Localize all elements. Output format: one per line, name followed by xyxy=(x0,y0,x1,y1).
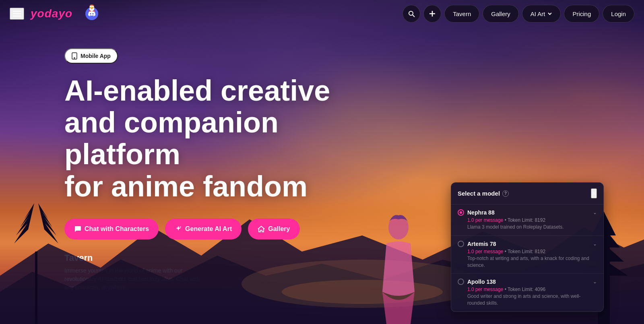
search-button[interactable] xyxy=(402,5,420,23)
svg-point-16 xyxy=(74,58,75,58)
logo[interactable]: yodayo 🎅 xyxy=(31,7,72,20)
chat-characters-button[interactable]: Chat with Characters xyxy=(64,219,159,239)
chat-bubble-icon xyxy=(74,225,81,233)
radio-circle xyxy=(458,279,464,285)
hero-buttons: Chat with Characters Generate AI Art Gal… xyxy=(64,219,346,239)
sparkles-icon xyxy=(175,225,182,233)
model-name: Nephra 88 xyxy=(467,209,495,216)
chevron-down-icon: ⌄ xyxy=(593,279,597,285)
help-icon[interactable]: ? xyxy=(502,190,509,197)
character-silhouette xyxy=(362,211,435,324)
model-item-header: Nephra 88 ⌄ xyxy=(458,209,597,216)
mobile-app-badge[interactable]: Mobile App xyxy=(64,48,118,64)
hero-section: yodayo 🎅 xyxy=(0,0,644,324)
model-panel-title: Select a model ? xyxy=(458,190,509,197)
login-button[interactable]: Login xyxy=(603,5,634,23)
model-list: Nephra 88 ⌄ 1.0 per message • Token Limi… xyxy=(451,204,603,312)
model-item-2[interactable]: Apollo 138 ⌄ 1.0 per message • Token Lim… xyxy=(451,274,603,312)
radio-circle xyxy=(458,241,464,247)
nav-right: Tavern Gallery AI Art Pricing Login xyxy=(402,5,634,23)
gallery-button-hero[interactable]: Gallery xyxy=(248,219,299,239)
logo-text: yodayo xyxy=(31,7,72,20)
pricing-button[interactable]: Pricing xyxy=(564,5,599,23)
model-desc: Top-notch at writing and arts, with a kn… xyxy=(458,255,597,269)
model-item-1[interactable]: Artemis 78 ⌄ 1.0 per message • Token Lim… xyxy=(451,236,603,274)
hamburger-button[interactable] xyxy=(10,8,24,20)
model-desc: Good writer and strong in arts and scien… xyxy=(458,293,597,307)
model-panel-header: Select a model ? × xyxy=(451,183,603,204)
model-item-header: Artemis 78 ⌄ xyxy=(458,241,597,247)
home-icon xyxy=(258,225,265,233)
model-panel: Select a model ? × Nephra 88 ⌄ 1.0 per m… xyxy=(451,182,604,312)
mobile-icon xyxy=(72,52,77,60)
model-item-0[interactable]: Nephra 88 ⌄ 1.0 per message • Token Limi… xyxy=(451,204,603,236)
nav-left: yodayo 🎅 xyxy=(10,7,98,20)
tavern-button[interactable]: Tavern xyxy=(444,5,479,23)
model-meta: 1.0 per message • Token Limit: 8192 xyxy=(458,249,597,254)
svg-point-11 xyxy=(409,11,413,15)
mobile-app-text: Mobile App xyxy=(80,53,111,59)
add-button[interactable] xyxy=(423,5,441,23)
model-desc: Llama 3 model trained on Roleplay Datase… xyxy=(458,224,597,231)
hero-content: Mobile App AI-enabled creative and compa… xyxy=(64,48,346,239)
radio-circle xyxy=(458,209,464,216)
gallery-button[interactable]: Gallery xyxy=(483,5,519,23)
chevron-down-icon: ⌄ xyxy=(593,241,597,247)
svg-line-12 xyxy=(413,15,415,17)
navbar: yodayo 🎅 xyxy=(0,0,644,27)
hero-title: AI-enabled creative and companion platfo… xyxy=(64,75,346,202)
tree-silhouette xyxy=(12,171,60,324)
model-meta: 1.0 per message • Token Limit: 8192 xyxy=(458,217,597,223)
generate-ai-art-button[interactable]: Generate AI Art xyxy=(165,219,242,239)
model-item-header: Apollo 138 ⌄ xyxy=(458,279,597,285)
chevron-down-icon xyxy=(547,11,552,16)
model-name: Artemis 78 xyxy=(467,241,496,247)
svg-rect-4 xyxy=(35,252,37,324)
model-name: Apollo 138 xyxy=(467,279,496,285)
santa-hat-icon: 🎅 xyxy=(88,4,96,12)
ai-art-button[interactable]: AI Art xyxy=(522,5,561,23)
model-meta: 1.0 per message • Token Limit: 4096 xyxy=(458,287,597,292)
close-panel-button[interactable]: × xyxy=(591,188,597,198)
chevron-down-icon: ⌄ xyxy=(593,210,597,215)
